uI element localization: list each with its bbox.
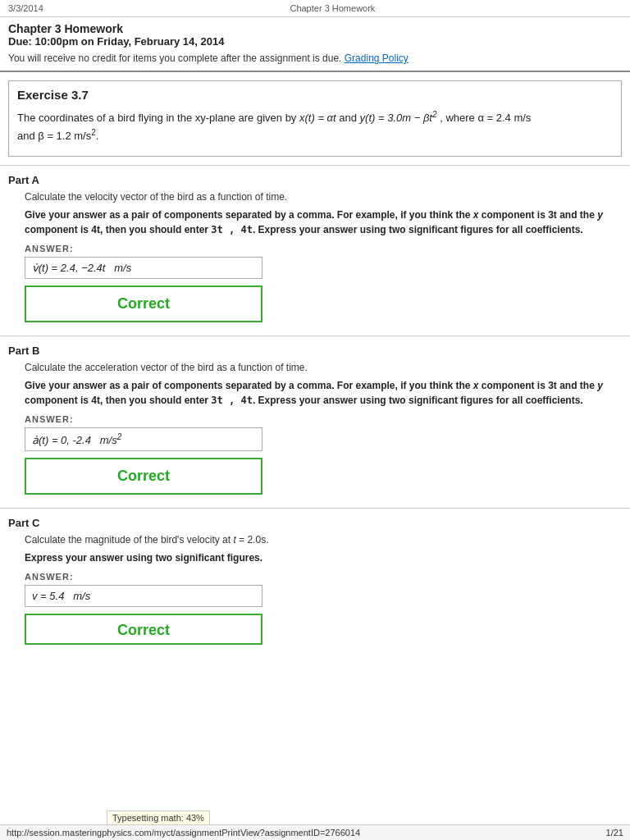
part-c-answer-box: v = 5.4 m/s [25,585,262,607]
desc-prefix: The coordinates of a bird flying in the … [17,112,299,124]
exercise-description: The coordinates of a bird flying in the … [17,108,613,144]
parts-container: Part A Calculate the velocity vector of … [0,165,630,658]
grading-policy-link[interactable]: Grading Policy [345,52,409,64]
part-c-title: Part C [8,517,622,529]
part-b-instruction: Give your answer as a pair of components… [8,378,622,408]
part-a-description: Calculate the velocity vector of the bir… [8,191,622,203]
part-a-instruction: Give your answer as a pair of components… [8,208,622,237]
part-a-answer-box: v̇(t) = 2.4, −2.4t m/s [25,257,262,279]
typesetting-text: Typesetting math: 43% [112,813,204,823]
assignment-title: Chapter 3 Homework [8,22,622,35]
exercise-box: Exercise 3.7 The coordinates of a bird f… [8,80,622,157]
credit-notice: You will receive no credit for items you… [0,49,630,72]
part-c-section: Part C Calculate the magnitude of the bi… [0,508,630,658]
top-bar: 3/3/2014 Chapter 3 Homework [0,0,630,17]
date-label: 3/3/2014 [8,3,43,13]
part-b-answer-box: ȧ(t) = 0, -2.4 m/s2 [25,427,262,451]
desc-and: and [339,112,359,124]
credit-notice-text: You will receive no credit for items you… [8,52,341,64]
bottom-bar: http://session.masteringphysics.com/myct… [0,824,630,840]
due-date: Due: 10:00pm on Friday, February 14, 201… [8,35,622,48]
exercise-title: Exercise 3.7 [17,88,613,102]
typesetting-tooltip: Typesetting math: 43% [107,810,210,825]
desc-y: y(t) = 3.0m − βt2 [360,112,437,124]
part-c-correct-button[interactable]: Correct [25,614,262,645]
bottom-url: http://session.masteringphysics.com/myct… [7,828,360,838]
part-c-instruction: Express your answer using two significan… [8,550,622,565]
part-b-description: Calculate the acceleration vector of the… [8,362,622,373]
desc-x: x(t) = αt [299,112,336,124]
part-b-title: Part B [8,345,622,357]
part-a-answer-label: ANSWER: [8,244,622,253]
page-header: Chapter 3 Homework Due: 10:00pm on Frida… [0,17,630,49]
center-title: Chapter 3 Homework [290,3,375,13]
part-c-answer-label: ANSWER: [8,572,622,582]
page-number: 1/21 [606,828,623,838]
part-a-title: Part A [8,174,622,186]
part-a-section: Part A Calculate the velocity vector of … [0,165,630,336]
part-c-description: Calculate the magnitude of the bird's ve… [8,534,622,546]
part-b-section: Part B Calculate the acceleration vector… [0,336,630,508]
part-b-correct-button[interactable]: Correct [25,458,262,495]
part-a-correct-button[interactable]: Correct [25,285,262,322]
part-b-answer-label: ANSWER: [8,414,622,424]
